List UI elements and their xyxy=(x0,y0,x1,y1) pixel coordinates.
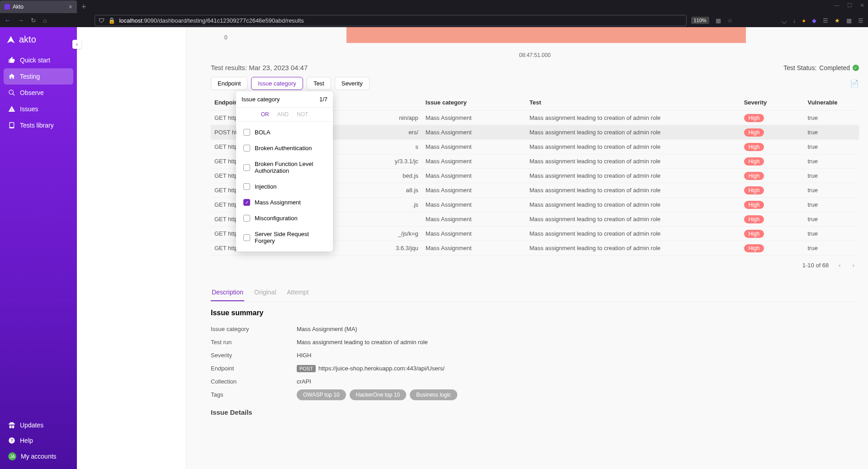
new-tab-button[interactable]: + xyxy=(81,2,86,12)
tag-chip[interactable]: Business logic xyxy=(410,389,457,400)
gift-icon xyxy=(8,422,15,429)
sidebar-item-my-accounts[interactable]: JA My accounts xyxy=(4,448,73,464)
checkbox-icon[interactable] xyxy=(243,164,250,171)
dropdown-option[interactable]: Injection xyxy=(236,179,333,194)
checkbox-icon[interactable] xyxy=(243,234,250,241)
sidebar: akto ‹ Quick start Testing Observe Issue… xyxy=(0,27,77,469)
sidebar-item-tests-library[interactable]: Tests library xyxy=(4,117,73,133)
sidebar-item-help[interactable]: ? Help xyxy=(4,433,73,448)
pagination-next-icon[interactable]: › xyxy=(851,260,856,270)
filter-chip-endpoint[interactable]: Endpoint xyxy=(211,77,247,90)
nav-back-icon[interactable]: ← xyxy=(5,17,11,24)
cell-issue-category: Mass Assignment xyxy=(422,111,526,125)
th-severity[interactable]: Severity xyxy=(740,95,804,111)
sidebar-item-testing[interactable]: Testing xyxy=(4,68,73,85)
tab-attempt[interactable]: Attempt xyxy=(286,284,309,301)
cell-issue-category: Mass Assignment xyxy=(422,183,526,198)
bookmark-star-icon[interactable]: ☆ xyxy=(727,17,733,24)
pagination-text: 1-10 of 68 xyxy=(802,262,829,269)
extension-icon-3[interactable]: ☰ xyxy=(823,17,828,24)
method-badge: POST xyxy=(297,365,316,372)
dropdown-option[interactable]: BOLA xyxy=(236,124,333,140)
tag-chip[interactable]: OWASP top 10 xyxy=(297,389,346,400)
checkbox-icon[interactable] xyxy=(243,215,250,222)
dropdown-option-label: Server Side Request Forgery xyxy=(255,231,326,244)
cell-test: Mass assignment leading to creation of a… xyxy=(526,227,740,241)
chart-bar xyxy=(346,27,746,43)
window-close-icon[interactable]: ✕ xyxy=(859,2,866,9)
checkbox-icon[interactable] xyxy=(243,129,250,136)
cell-issue-category: Mass Assignment xyxy=(422,154,526,169)
dropdown-option[interactable]: Misconfiguration xyxy=(236,210,333,226)
left-panel xyxy=(77,27,186,469)
nav-reload-icon[interactable]: ↻ xyxy=(31,17,36,24)
nav-home-icon[interactable]: ⌂ xyxy=(43,17,47,24)
extension-icon-1[interactable]: ● xyxy=(802,17,806,24)
tab-original[interactable]: Original xyxy=(253,284,277,301)
nav-forward-icon[interactable]: → xyxy=(18,17,24,24)
sidebar-item-updates[interactable]: Updates xyxy=(4,417,73,433)
check-icon: ✓ xyxy=(853,65,859,71)
dropdown-option[interactable]: Broken Authentication xyxy=(236,140,333,156)
chart-time-label: 08:47:51.000 xyxy=(211,52,859,58)
cell-issue-category: Mass Assignment xyxy=(422,227,526,241)
chart-zero-label: 0 xyxy=(224,34,228,41)
dropdown-title: Issue category xyxy=(242,96,280,103)
summary-label: Issue category xyxy=(211,326,297,332)
cell-test: Mass assignment leading to creation of a… xyxy=(526,111,740,125)
op-not[interactable]: NOT xyxy=(297,111,308,118)
filter-chip-issue-category[interactable]: Issue category xyxy=(251,77,303,90)
op-and[interactable]: AND xyxy=(277,111,289,118)
sidebar-item-quick-start[interactable]: Quick start xyxy=(4,52,73,68)
checkbox-icon[interactable] xyxy=(243,145,250,152)
sidebar-item-observe[interactable]: Observe xyxy=(4,85,73,101)
filter-chip-test[interactable]: Test xyxy=(307,77,331,90)
grid-icon[interactable]: ▦ xyxy=(716,17,721,24)
window-minimize-icon[interactable]: — xyxy=(833,2,840,9)
issue-details-title: Issue Details xyxy=(211,408,859,416)
cell-vulnerable: true xyxy=(804,212,859,227)
dropdown-option[interactable]: ✓Mass Assignment xyxy=(236,194,333,210)
thumbs-up-icon xyxy=(8,57,15,64)
filter-chip-severity[interactable]: Severity xyxy=(335,77,370,90)
th-test[interactable]: Test xyxy=(526,95,740,111)
summary-label: Tags xyxy=(211,391,297,398)
extension-icon-5[interactable]: ▦ xyxy=(846,17,852,24)
issue-category-dropdown[interactable]: Issue category 1/7 OR AND NOT BOLABroken… xyxy=(236,91,333,251)
cell-severity: High xyxy=(740,241,804,256)
pocket-icon[interactable]: ◡ xyxy=(782,17,787,24)
window-maximize-icon[interactable]: ☐ xyxy=(846,2,853,9)
op-or[interactable]: OR xyxy=(261,111,269,118)
dropdown-option[interactable]: Broken Function Level Authorization xyxy=(236,156,333,179)
search-icon xyxy=(8,89,15,96)
th-issue-category[interactable]: Issue category xyxy=(422,95,526,111)
cell-test: Mass assignment leading to creation of a… xyxy=(526,183,740,198)
svg-text:?: ? xyxy=(10,438,13,443)
summary-row: EndpointPOSThttps://juice-shop.herokuapp… xyxy=(211,362,859,375)
cell-test: Mass assignment leading to creation of a… xyxy=(526,169,740,183)
cell-severity: High xyxy=(740,227,804,241)
sidebar-collapse-button[interactable]: ‹ xyxy=(72,40,81,49)
cell-severity: High xyxy=(740,198,804,212)
sidebar-item-label: Testing xyxy=(20,73,40,80)
tab-close-icon[interactable]: × xyxy=(69,3,72,10)
issue-summary-title: Issue summary xyxy=(211,309,859,317)
export-csv-icon[interactable]: 📄 xyxy=(850,79,859,88)
pagination-prev-icon[interactable]: ‹ xyxy=(837,260,842,270)
download-icon[interactable]: ↓ xyxy=(793,17,796,24)
extension-icon-4[interactable]: ★ xyxy=(835,17,840,24)
tab-description[interactable]: Description xyxy=(211,284,244,301)
browser-tab[interactable]: Akto × xyxy=(0,0,77,13)
hamburger-menu-icon[interactable]: ☰ xyxy=(858,17,863,24)
zoom-badge[interactable]: 110% xyxy=(691,17,709,24)
url-input[interactable]: 🛡 🔒 localhost:9090/dashboard/testing/641… xyxy=(95,15,686,26)
test-status: Test Status: Completed ✓ xyxy=(783,64,859,71)
sidebar-item-issues[interactable]: Issues xyxy=(4,101,73,117)
dropdown-option[interactable]: Server Side Request Forgery xyxy=(236,226,333,249)
checkbox-icon[interactable]: ✓ xyxy=(243,199,250,206)
summary-label: Test run xyxy=(211,339,297,346)
extension-icon-2[interactable]: ◆ xyxy=(812,17,816,24)
checkbox-icon[interactable] xyxy=(243,183,250,190)
th-vulnerable[interactable]: Vulnerable xyxy=(804,95,859,111)
tag-chip[interactable]: HackerOne top 10 xyxy=(350,389,406,400)
